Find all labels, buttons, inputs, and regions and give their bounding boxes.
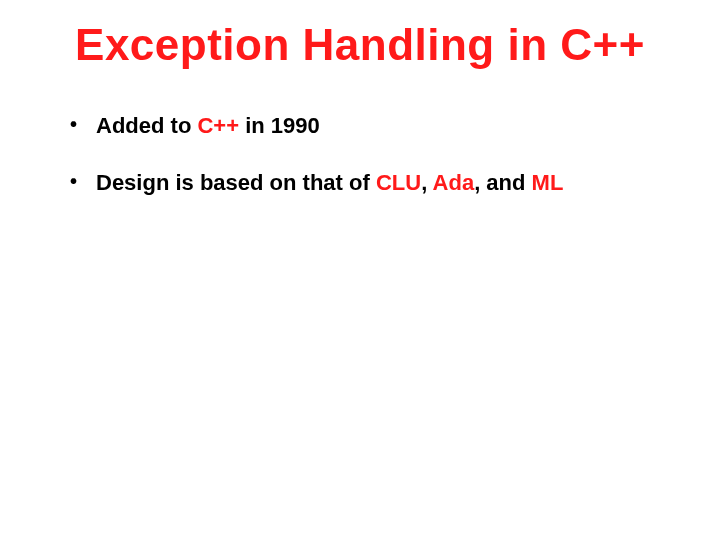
bullet-text: Added to (96, 113, 197, 138)
bullet-accent: Ada (433, 170, 475, 195)
bullet-list: Added to C++ in 1990 Design is based on … (50, 111, 670, 198)
bullet-text: Design is based on that of (96, 170, 376, 195)
bullet-text: , (421, 170, 432, 195)
slide-title: Exception Handling in C++ (50, 20, 670, 71)
bullet-accent: ML (532, 170, 564, 195)
bullet-accent: CLU (376, 170, 421, 195)
bullet-text: in 1990 (239, 113, 320, 138)
bullet-accent: C++ (197, 113, 239, 138)
list-item: Design is based on that of CLU, Ada, and… (70, 168, 670, 198)
list-item: Added to C++ in 1990 (70, 111, 670, 141)
slide: Exception Handling in C++ Added to C++ i… (0, 0, 720, 540)
bullet-text: , and (474, 170, 531, 195)
